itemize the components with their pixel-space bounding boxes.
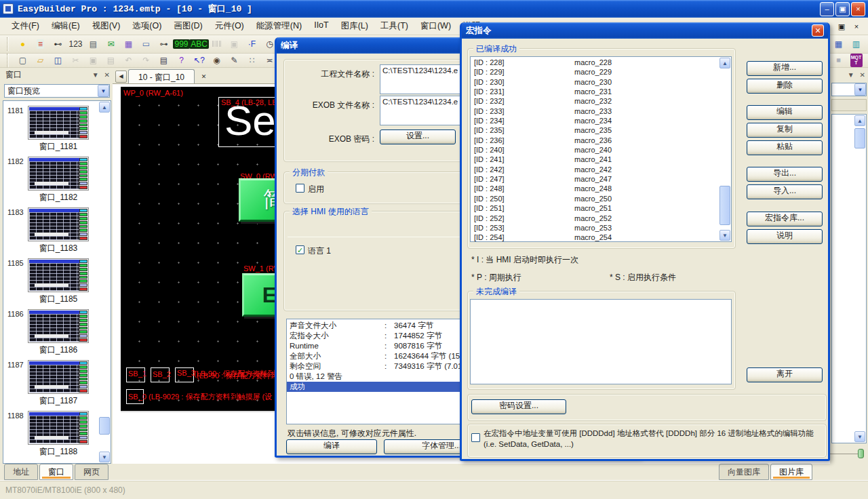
- note-icon[interactable]: ▭: [138, 37, 154, 52]
- media-icon[interactable]: ▥: [848, 37, 864, 52]
- document-tab[interactable]: 10 - 窗口_10: [128, 69, 195, 83]
- macro-list-item[interactable]: [ID : 234] macro_234: [471, 116, 719, 125]
- panel-tab[interactable]: 图片库: [770, 464, 812, 480]
- scroll-down-icon[interactable]: ▼: [99, 452, 110, 462]
- macro-library-button[interactable]: 宏指令库...: [747, 212, 823, 226]
- macro-list-item[interactable]: [ID : 229] macro_229: [471, 67, 719, 77]
- tab-close-icon[interactable]: ✕: [199, 71, 209, 81]
- scroll-down-icon[interactable]: ▼: [719, 230, 730, 241]
- import-macro-button[interactable]: 导入...: [747, 184, 823, 199]
- macro-list-item[interactable]: [ID : 251] macro_251: [471, 203, 719, 213]
- context-help-icon[interactable]: ↖?: [191, 53, 207, 68]
- window-thumbnail[interactable]: [28, 360, 89, 394]
- new-file-icon[interactable]: ▢: [15, 53, 31, 68]
- menu-item[interactable]: 元件(O): [209, 18, 250, 35]
- scroll-down-icon[interactable]: ▼: [854, 431, 865, 442]
- panel-close-icon[interactable]: ✕: [860, 71, 865, 79]
- scrollbar-thumb[interactable]: [719, 186, 730, 225]
- panel-close-icon[interactable]: ✕: [104, 71, 110, 79]
- window-list-item[interactable]: 1181 窗口_1181: [3, 101, 111, 152]
- window-list-item[interactable]: 1187 窗口_1187: [3, 355, 111, 406]
- export-macro-button[interactable]: 导出...: [747, 167, 823, 182]
- menu-item[interactable]: 图库(L): [335, 18, 374, 35]
- macro-list-item[interactable]: [ID : 247] macro_247: [471, 174, 719, 184]
- macro-list-item[interactable]: [ID : 241] macro_241: [471, 155, 719, 164]
- child-close-button[interactable]: ×: [850, 21, 863, 32]
- scrollbar-thumb[interactable]: [854, 128, 865, 148]
- paste-icon[interactable]: ▤: [103, 53, 119, 68]
- function-key-icon[interactable]: ·F: [244, 37, 260, 52]
- copy-icon[interactable]: ▣: [85, 53, 101, 68]
- macro-list-item[interactable]: [ID : 228] macro_228: [471, 58, 719, 67]
- macro-list-item[interactable]: [ID : 232] macro_232: [471, 96, 719, 106]
- minimize-button[interactable]: –: [820, 2, 834, 16]
- panel-tab[interactable]: 网页: [75, 464, 108, 480]
- macro-list-item[interactable]: [ID : 236] macro_236: [471, 136, 719, 145]
- menu-item[interactable]: 视图(V): [86, 18, 127, 35]
- window-list-item[interactable]: 1185 窗口_1185: [3, 254, 111, 304]
- macro-list-item[interactable]: [ID : 250] macro_250: [471, 194, 719, 203]
- toolbar-grip[interactable]: [7, 54, 9, 67]
- redo-icon[interactable]: ↷: [138, 53, 154, 68]
- window-thumbnail[interactable]: [28, 207, 89, 241]
- save-icon[interactable]: ◫: [50, 53, 66, 68]
- scroll-up-icon[interactable]: ▲: [854, 115, 865, 126]
- combo-arrow-icon[interactable]: ▼: [854, 83, 866, 96]
- help-icon[interactable]: ?: [174, 53, 189, 68]
- macro-list-item[interactable]: [ID : 240] macro_240: [471, 145, 719, 155]
- edit-macro-button[interactable]: 编辑: [747, 105, 823, 120]
- macro-list-item[interactable]: [ID : 233] macro_233: [471, 106, 719, 116]
- layers-icon[interactable]: ▤: [85, 37, 101, 52]
- scroll-up-icon[interactable]: ▲: [99, 102, 110, 113]
- recipe-table-icon[interactable]: ▦: [831, 37, 846, 52]
- combo-arrow-icon[interactable]: ▼: [98, 85, 109, 97]
- panel-tab[interactable]: 窗口: [39, 464, 73, 480]
- window-list-item[interactable]: 1188 窗口_1188: [3, 406, 111, 457]
- traffic-light-icon[interactable]: ≡: [33, 37, 48, 52]
- window-list-item[interactable]: 1183 窗口_1183: [3, 203, 111, 254]
- compiled-macro-list[interactable]: [ID : 228] macro_228 [ID : 229] macro_22…: [470, 56, 732, 242]
- slider-thumb[interactable]: [858, 449, 864, 458]
- menu-item[interactable]: IIoT: [308, 18, 335, 35]
- dialog-close-icon[interactable]: ✕: [812, 24, 824, 37]
- library-selector[interactable]: ▼: [831, 83, 867, 96]
- exit-button[interactable]: 离开: [747, 367, 823, 382]
- menu-item[interactable]: 文件(F): [5, 18, 45, 35]
- scroll-up-icon[interactable]: ▲: [719, 58, 730, 68]
- macro-list-item[interactable]: [ID : 235] macro_235: [471, 125, 719, 135]
- cut-icon[interactable]: ✂: [68, 53, 83, 68]
- window-view-selector[interactable]: 窗口预览 ▼: [4, 84, 110, 98]
- copy-macro-button[interactable]: 复制: [747, 123, 823, 138]
- window-thumbnail[interactable]: [28, 309, 89, 343]
- bulb-icon[interactable]: ●: [15, 37, 31, 52]
- numeric-display-icon[interactable]: 999: [174, 37, 189, 52]
- macro-list-item[interactable]: [ID : 254] macro_254: [471, 233, 719, 242]
- macro-dialog-titlebar[interactable]: 宏指令 ✕: [462, 22, 828, 39]
- macro-list-item[interactable]: [ID : 230] macro_230: [471, 77, 719, 87]
- window-list-item[interactable]: 1186 窗口_1186: [3, 304, 111, 355]
- menu-item[interactable]: 编辑(E): [45, 18, 86, 35]
- toolbar-grip[interactable]: [7, 37, 9, 51]
- group-icon[interactable]: ▣: [226, 37, 242, 52]
- menu-item[interactable]: 能源管理(N): [250, 18, 308, 35]
- print-icon[interactable]: ▤: [156, 53, 172, 68]
- paste-macro-button[interactable]: 粘贴: [747, 140, 823, 155]
- macro-list-item[interactable]: [ID : 253] macro_253: [471, 223, 719, 233]
- language1-checkbox[interactable]: [296, 245, 304, 254]
- close-button[interactable]: ×: [851, 2, 865, 16]
- window-thumbnail[interactable]: [28, 411, 89, 445]
- pending-macro-list[interactable]: [470, 299, 732, 384]
- password-set-button[interactable]: 设置...: [380, 129, 456, 144]
- toggle-switch-icon[interactable]: ⊶: [156, 37, 172, 52]
- restore-button[interactable]: ▣: [835, 2, 850, 16]
- panel-collapse-icon[interactable]: ▼: [848, 71, 854, 79]
- menu-item[interactable]: 窗口(W): [414, 18, 457, 35]
- panel-collapse-icon[interactable]: ▼: [92, 71, 99, 79]
- compile-button[interactable]: 编译: [286, 439, 377, 454]
- address-format-checkbox[interactable]: [471, 433, 480, 442]
- scrollbar-thumb[interactable]: [99, 417, 110, 435]
- password-settings-button[interactable]: 密码设置...: [471, 399, 566, 414]
- macro-list-item[interactable]: [ID : 242] macro_242: [471, 165, 719, 174]
- ascii-display-icon[interactable]: ABC: [191, 37, 207, 52]
- enable-checkbox[interactable]: [296, 184, 304, 193]
